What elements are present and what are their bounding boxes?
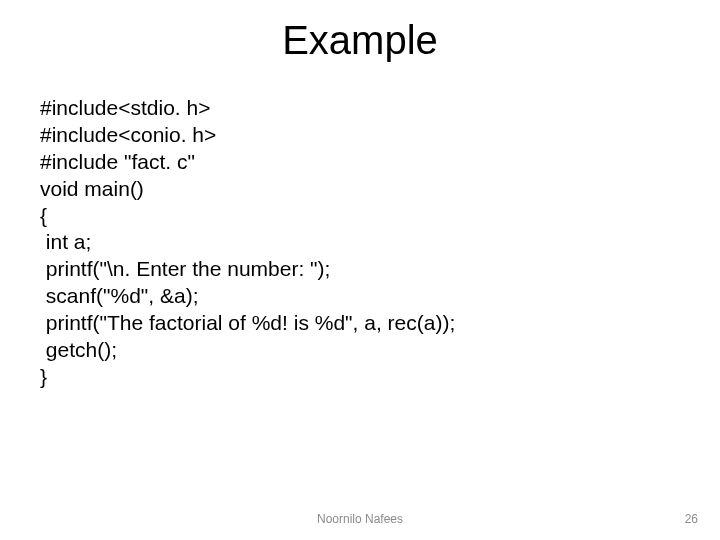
- code-line: #include<stdio. h>: [40, 96, 210, 119]
- slide: Example #include<stdio. h> #include<coni…: [0, 0, 720, 540]
- code-line: getch();: [40, 338, 117, 361]
- code-line: #include "fact. c": [40, 150, 195, 173]
- code-line: }: [40, 365, 47, 388]
- code-line: printf("The factorial of %d! is %d", a, …: [40, 311, 455, 334]
- code-example: #include<stdio. h> #include<conio. h> #i…: [40, 95, 455, 391]
- code-line: printf("\n. Enter the number: ");: [40, 257, 330, 280]
- slide-title: Example: [0, 18, 720, 63]
- code-line: {: [40, 204, 47, 227]
- code-line: void main(): [40, 177, 144, 200]
- code-line: int a;: [40, 230, 91, 253]
- code-line: #include<conio. h>: [40, 123, 216, 146]
- footer-author: Noornilo Nafees: [0, 512, 720, 526]
- code-line: scanf("%d", &a);: [40, 284, 198, 307]
- footer-page-number: 26: [685, 512, 698, 526]
